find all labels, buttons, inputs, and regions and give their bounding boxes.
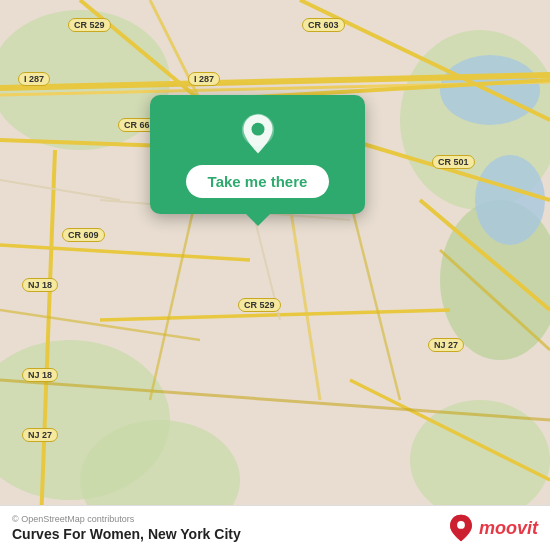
road-label-cr603: CR 603 — [302, 18, 345, 32]
road-label-cr609: CR 609 — [62, 228, 105, 242]
road-label-nj18-bot: NJ 18 — [22, 368, 58, 382]
map: CR 529 CR 603 I 287 I 287 CR 665 CR 501 … — [0, 0, 550, 550]
road-label-cr501: CR 501 — [432, 155, 475, 169]
take-me-there-button[interactable]: Take me there — [186, 165, 330, 198]
road-label-nj27-right: NJ 27 — [428, 338, 464, 352]
road-label-nj27-bot: NJ 27 — [22, 428, 58, 442]
road-label-nj18-mid: NJ 18 — [22, 278, 58, 292]
attribution-text: © OpenStreetMap contributors — [12, 514, 241, 524]
road-label-i287-mid: I 287 — [188, 72, 220, 86]
road-label-cr529-bot: CR 529 — [238, 298, 281, 312]
svg-point-34 — [457, 521, 465, 529]
bottom-bar: © OpenStreetMap contributors Curves For … — [0, 505, 550, 550]
moovit-text: moovit — [479, 518, 538, 539]
map-svg — [0, 0, 550, 550]
road-label-cr529-top: CR 529 — [68, 18, 111, 32]
bottom-left-info: © OpenStreetMap contributors Curves For … — [12, 514, 241, 542]
location-pin-icon — [237, 113, 279, 155]
moovit-logo: moovit — [447, 514, 538, 542]
svg-point-33 — [251, 123, 264, 136]
popup-card: Take me there — [150, 95, 365, 214]
road-label-i287-left: I 287 — [18, 72, 50, 86]
moovit-icon — [447, 514, 475, 542]
svg-point-8 — [475, 155, 545, 245]
location-name-text: Curves For Women, New York City — [12, 526, 241, 542]
